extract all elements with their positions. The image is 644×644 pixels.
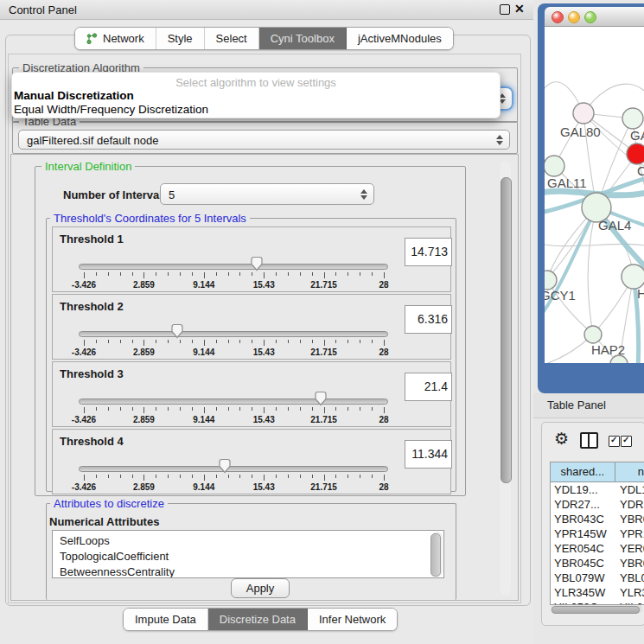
close-panel-icon[interactable]: ✕	[514, 2, 525, 16]
cell-name[interactable]: YBR0	[616, 556, 644, 571]
tick-mark	[324, 475, 325, 481]
attribute-list-item[interactable]: TopologicalCoefficient	[53, 549, 443, 564]
table-row[interactable]: YBR043CYBR0	[551, 512, 644, 526]
split-view-icon[interactable]	[580, 432, 598, 449]
gear-icon[interactable]: ⚙	[554, 430, 569, 447]
float-panel-icon[interactable]	[500, 4, 510, 15]
attributes-scrollbar[interactable]	[432, 532, 443, 577]
slider-thumb[interactable]	[218, 458, 232, 474]
table-row[interactable]: YDR27...YDR2	[551, 497, 644, 512]
table-row[interactable]: YBL079WYBL0	[551, 571, 644, 585]
tab-cyni-toolbox[interactable]: Cyni Toolbox	[259, 28, 347, 49]
tick-label: 9.144	[193, 348, 214, 357]
tick-label: 28	[379, 482, 388, 492]
attribute-list-item[interactable]: SelfLoops	[53, 533, 443, 549]
bottom-tab-infer-network[interactable]: Infer Network	[308, 609, 397, 630]
graph-node-gal80[interactable]	[573, 103, 594, 124]
graph-node-c[interactable]	[627, 143, 644, 164]
slider-track[interactable]	[79, 466, 388, 472]
table-row[interactable]: YLR345WYLR3	[551, 585, 644, 600]
numerical-attributes-list[interactable]: SelfLoopsTopologicalCoefficientBetweenne…	[52, 530, 444, 578]
threshold-value-field[interactable]: 21.4	[405, 373, 452, 401]
cell-name[interactable]: YPR1	[616, 526, 644, 541]
tab-select[interactable]: Select	[205, 28, 259, 49]
threshold-value-field[interactable]: 6.316	[405, 305, 452, 334]
cell-shared-name[interactable]: YPR145W	[551, 526, 616, 541]
tick-mark	[276, 407, 277, 411]
checkbox-icon[interactable]	[621, 436, 632, 447]
slider-ticks: -3.4262.8599.14415.4321.71528	[84, 340, 384, 359]
tab-jactivemnodules[interactable]: jActiveMNodules	[347, 28, 453, 49]
cell-name[interactable]: YBR0	[616, 512, 644, 526]
graph-node-ga[interactable]	[622, 108, 643, 129]
minimize-traffic-light[interactable]	[568, 11, 580, 23]
slider-track[interactable]	[79, 264, 388, 270]
tab-label: Infer Network	[319, 613, 386, 626]
bottom-tab-impute-data[interactable]: Impute Data	[124, 609, 208, 630]
tab-network[interactable]: Network	[75, 28, 156, 49]
tick-label: 21.715	[310, 482, 337, 492]
checkbox-icon[interactable]	[609, 436, 620, 447]
zoom-traffic-light[interactable]	[584, 11, 596, 23]
cell-name[interactable]: YDR2	[616, 497, 644, 512]
cell-shared-name[interactable]: YBR045C	[551, 556, 616, 571]
tick-mark	[156, 407, 156, 411]
threshold-row-3: Threshold 3-3.4262.8599.14415.4321.71528…	[52, 361, 451, 427]
cell-shared-name[interactable]: YDR27...	[551, 497, 616, 512]
table-data-select[interactable]: galFiltered.sif default node	[18, 130, 510, 150]
cell-name[interactable]: YDL1	[616, 482, 644, 497]
bottom-tab-discretize-data[interactable]: Discretize Data	[208, 609, 308, 630]
close-traffic-light[interactable]	[552, 11, 564, 23]
settings-scrollbar-thumb[interactable]	[501, 177, 512, 483]
graph-node-gal11[interactable]	[545, 156, 564, 176]
cell-name[interactable]: YLR3	[616, 585, 644, 600]
slider-thumb[interactable]	[170, 323, 184, 339]
graph-node-h[interactable]	[622, 265, 644, 289]
table-horizontal-scrollbar-thumb[interactable]	[552, 606, 640, 614]
graph-node-label: C	[637, 163, 644, 178]
tick-mark	[360, 272, 360, 276]
graph-node-hap2[interactable]	[584, 326, 602, 343]
cell-shared-name[interactable]: YER054C	[551, 541, 616, 556]
network-canvas[interactable]: GAL80GACGAL11GAL4GCY1HHAP2	[545, 27, 644, 363]
tick-label: 15.43	[253, 280, 275, 290]
tick-mark	[216, 407, 217, 411]
node-attribute-table[interactable]: shared... n YDL19...YDL1YDR27...YDR2YBR0…	[550, 462, 644, 605]
table-row[interactable]: YPR145WYPR1	[551, 526, 644, 541]
number-of-intervals-select[interactable]: 5	[160, 183, 374, 205]
table-row[interactable]: YBR045CYBR0	[551, 556, 644, 571]
cell-name[interactable]: YBL0	[616, 571, 644, 585]
tab-style[interactable]: Style	[156, 28, 205, 49]
cell-shared-name[interactable]: YBR043C	[551, 512, 616, 526]
slider-thumb[interactable]	[314, 391, 328, 406]
column-header-name[interactable]: n	[615, 462, 644, 481]
slider-track[interactable]	[79, 399, 388, 405]
tick-mark	[132, 475, 133, 478]
cell-shared-name[interactable]: YLR345W	[551, 585, 616, 600]
popup-item-equal-width[interactable]: Equal Width/Frequency Discretization	[14, 103, 208, 116]
graph-node-gcy1[interactable]	[545, 271, 557, 290]
column-header-shared-name[interactable]: shared...	[551, 462, 615, 481]
tick-mark	[372, 475, 373, 478]
popup-item-manual-discretization[interactable]: Manual Discretization	[14, 89, 134, 102]
tick-mark	[360, 340, 360, 343]
table-row[interactable]: YDL19...YDL1	[551, 482, 644, 497]
cell-shared-name[interactable]: YBL079W	[551, 571, 616, 585]
threshold-row-4: Threshold 4-3.4262.8599.14415.4321.71528…	[52, 429, 451, 494]
attribute-list-item[interactable]: BetweennessCentrality	[53, 564, 443, 578]
control-panel-title: Control Panel	[9, 3, 77, 16]
apply-button[interactable]: Apply	[231, 578, 290, 598]
tick-label: 2.859	[133, 348, 155, 357]
cell-shared-name[interactable]: YDL19...	[551, 482, 616, 497]
tick-mark	[300, 407, 301, 411]
slider-thumb[interactable]	[250, 256, 264, 271]
tick-mark	[96, 407, 97, 411]
cell-name[interactable]: YER0	[616, 541, 644, 556]
threshold-value-field[interactable]: 11.344	[405, 440, 452, 469]
tick-mark	[348, 272, 348, 276]
tick-label: 9.144	[193, 482, 214, 492]
algorithm-popup: Select algorithm to view settings Manual…	[11, 72, 501, 118]
threshold-value-field[interactable]: 14.713	[405, 238, 452, 266]
slider-track[interactable]	[79, 331, 388, 337]
table-row[interactable]: YER054CYER0	[551, 541, 644, 556]
